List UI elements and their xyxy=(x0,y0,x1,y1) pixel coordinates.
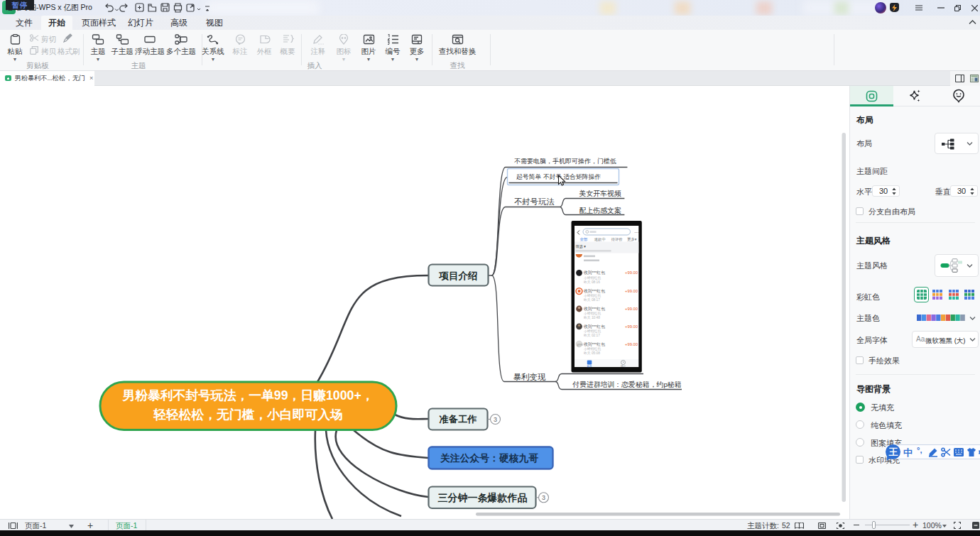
svg-text:+99.00: +99.00 xyxy=(625,342,638,346)
svg-text:3: 3 xyxy=(542,494,545,501)
svg-text:全部: 全部 xyxy=(580,237,588,242)
svg-text:小铃铛红包: 小铃铛红包 xyxy=(584,311,601,315)
svg-text:收到***红包: 收到***红包 xyxy=(584,341,605,347)
svg-text:昨天 08:17: 昨天 08:17 xyxy=(584,298,600,302)
svg-text:项目介绍: 项目介绍 xyxy=(438,270,477,281)
svg-text:收到***红包: 收到***红包 xyxy=(584,306,605,312)
svg-text:+99.00: +99.00 xyxy=(625,307,638,311)
svg-text:准备工作: 准备工作 xyxy=(439,414,477,425)
svg-text:3: 3 xyxy=(494,416,497,423)
svg-text:筛选 ▾: 筛选 ▾ xyxy=(576,244,587,249)
svg-text:+99.00: +99.00 xyxy=(625,270,638,275)
svg-text:小铃铛红包: 小铃铛红包 xyxy=(584,275,601,280)
svg-text:收到***红包: 收到***红包 xyxy=(584,270,605,275)
svg-text:退款中: 退款中 xyxy=(594,237,606,242)
svg-text:配上伤感文案: 配上伤感文案 xyxy=(579,207,621,214)
svg-text:+99.00: +99.00 xyxy=(625,289,638,293)
svg-text:昨天 08:16: 昨天 08:16 xyxy=(584,280,600,284)
svg-text:暴利变现: 暴利变现 xyxy=(513,373,547,381)
svg-text:统计: 统计 xyxy=(621,364,626,368)
svg-text:小铃铛红包: 小铃铛红包 xyxy=(584,346,601,351)
svg-text:更多▾: 更多▾ xyxy=(627,237,637,241)
svg-text:待评价: 待评价 xyxy=(611,237,624,242)
svg-text:昨天 05:08: 昨天 05:08 xyxy=(584,351,600,355)
svg-text:付费进群培训：恋爱秘籍，约p秘籍: 付费进群培训：恋爱秘籍，约p秘籍 xyxy=(572,381,682,388)
svg-text:不需要电脑，手机即可操作，门槛低: 不需要电脑，手机即可操作，门槛低 xyxy=(514,158,616,165)
svg-text:昨天 02:17: 昨天 02:17 xyxy=(584,334,600,337)
svg-text:小铃铛红包: 小铃铛红包 xyxy=(584,329,601,333)
svg-text:昨天 10:48: 昨天 10:48 xyxy=(584,316,600,319)
svg-text:收到***红包: 收到***红包 xyxy=(584,324,605,329)
svg-text:+99.00: +99.00 xyxy=(625,324,638,329)
svg-text:小铃铛红包: 小铃铛红包 xyxy=(584,293,601,297)
svg-text:三分钟一条爆款作品: 三分钟一条爆款作品 xyxy=(438,492,528,503)
svg-text:⋯: ⋯ xyxy=(634,230,639,235)
svg-text:不封号玩法: 不封号玩法 xyxy=(514,197,555,206)
svg-text:账单: 账单 xyxy=(587,365,592,368)
svg-text:男粉暴利不封号玩法，一单99，日赚1000+，: 男粉暴利不封号玩法，一单99，日赚1000+， xyxy=(121,388,374,403)
svg-text:收到***红包: 收到***红包 xyxy=(584,288,605,294)
svg-text:关注公众号：硬核九哥: 关注公众号：硬核九哥 xyxy=(440,453,538,464)
svg-text:轻轻松松，无门槛，小白即可入场: 轻轻松松，无门槛，小白即可入场 xyxy=(153,408,343,422)
svg-text:美女开车视频: 美女开车视频 xyxy=(579,190,621,197)
